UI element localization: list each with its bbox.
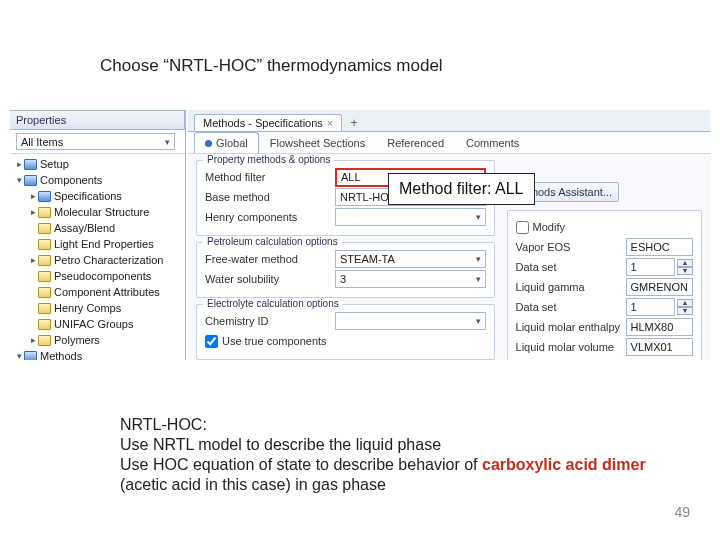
use-true-label: Use true components — [222, 335, 327, 347]
base-method-label: Base method — [205, 191, 335, 203]
henry-label: Henry components — [205, 211, 335, 223]
panel-title: Properties — [10, 110, 185, 130]
tree-node-assay-blend[interactable]: Assay/Blend — [10, 220, 185, 236]
footer-line1: NRTL-HOC: — [120, 415, 660, 435]
tree-node-setup[interactable]: Setup — [10, 156, 185, 172]
row-vapor-eos: Vapor EOS ESHOC — [516, 237, 693, 257]
tree-node-methods[interactable]: Methods — [10, 348, 185, 360]
liq-enth-dropdown[interactable]: HLMX80 — [626, 318, 693, 336]
all-items-bar: All Items ▾ — [10, 130, 185, 154]
chem-id-dropdown[interactable]: ▾ — [335, 312, 486, 330]
folder-icon — [38, 207, 51, 218]
properties-panel: Properties All Items ▾ Setup Components … — [10, 110, 186, 360]
tree-node-pseudocomponents[interactable]: Pseudocomponents — [10, 268, 185, 284]
group-modify: Modify Vapor EOS ESHOC Data set 1 ▲▼ Liq… — [507, 210, 702, 360]
doc-tab-label: Methods - Specifications — [203, 117, 323, 129]
page-number: 49 — [674, 504, 690, 520]
data-set2-stepper[interactable]: ▲▼ — [677, 299, 693, 315]
henry-dropdown[interactable]: ▾ — [335, 208, 486, 226]
nav-tree: Setup Components Specifications Molecula… — [10, 154, 185, 360]
modify-checkbox[interactable] — [516, 221, 529, 234]
liq-vol-label: Liquid molar volume — [516, 341, 626, 353]
folder-icon — [38, 239, 51, 250]
free-water-dropdown[interactable]: STEAM-TA▾ — [335, 250, 486, 268]
annotation-method-filter: Method filter: ALL — [388, 173, 535, 205]
all-items-dropdown[interactable]: All Items ▾ — [16, 133, 175, 150]
tree-node-components[interactable]: Components — [10, 172, 185, 188]
tree-node-specifications[interactable]: Specifications — [10, 188, 185, 204]
folder-icon — [38, 287, 51, 298]
chevron-down-icon: ▾ — [476, 274, 481, 284]
use-true-checkbox[interactable] — [205, 335, 218, 348]
group-legend: Electrolyte calculation options — [203, 298, 343, 309]
footer-line4: (acetic acid in this case) in gas phase — [120, 475, 660, 495]
row-use-true-components: Use true components — [205, 331, 486, 351]
chevron-down-icon: ▾ — [476, 254, 481, 264]
footer-text: NRTL-HOC: Use NRTL model to describe the… — [120, 415, 660, 495]
vapor-eos-label: Vapor EOS — [516, 241, 626, 253]
water-sol-label: Water solubility — [205, 273, 335, 285]
liquid-gamma-label: Liquid gamma — [516, 281, 626, 293]
folder-icon — [38, 303, 51, 314]
tree-node-molecular-structure[interactable]: Molecular Structure — [10, 204, 185, 220]
folder-icon — [38, 191, 51, 202]
free-water-label: Free-water method — [205, 253, 335, 265]
chevron-down-icon: ▾ — [476, 212, 481, 222]
doc-tab-methods-specs[interactable]: Methods - Specifications × — [194, 114, 342, 131]
row-liquid-gamma: Liquid gamma GMRENON — [516, 277, 693, 297]
folder-icon — [24, 175, 37, 186]
method-filter-label: Method filter — [205, 171, 335, 183]
data-set-input[interactable]: 1 — [626, 258, 675, 276]
folder-icon — [38, 319, 51, 330]
row-liq-volume: Liquid molar volume VLMX01 — [516, 337, 693, 357]
folder-icon — [38, 271, 51, 282]
main-area: Methods - Specifications × + Global Flow… — [188, 110, 710, 360]
chevron-down-icon: ▾ — [476, 316, 481, 326]
sub-tab-strip: Global Flowsheet Sections Referenced Com… — [188, 132, 710, 154]
data-set2-input[interactable]: 1 — [626, 298, 675, 316]
data-set2-label: Data set — [516, 301, 626, 313]
tab-comments[interactable]: Comments — [455, 132, 530, 153]
folder-icon — [38, 335, 51, 346]
app-window: Properties All Items ▾ Setup Components … — [10, 110, 710, 360]
tree-node-petro-char[interactable]: Petro Characterization — [10, 252, 185, 268]
tree-node-light-end[interactable]: Light End Properties — [10, 236, 185, 252]
tab-flowsheet[interactable]: Flowsheet Sections — [259, 132, 376, 153]
data-set-label: Data set — [516, 261, 626, 273]
footer-line3: Use HOC equation of state to describe be… — [120, 455, 660, 475]
tree-node-unifac-groups[interactable]: UNIFAC Groups — [10, 316, 185, 332]
water-sol-dropdown[interactable]: 3▾ — [335, 270, 486, 288]
row-henry-components: Henry components ▾ — [205, 207, 486, 227]
tree-node-polymers[interactable]: Polymers — [10, 332, 185, 348]
row-modify: Modify — [516, 217, 693, 237]
tree-node-henry-comps[interactable]: Henry Comps — [10, 300, 185, 316]
chem-id-label: Chemistry ID — [205, 315, 335, 327]
close-icon[interactable]: × — [327, 117, 333, 129]
folder-icon — [24, 351, 37, 361]
dot-icon — [205, 140, 212, 147]
row-data-set-2: Data set 1 ▲▼ — [516, 297, 693, 317]
footer-line2: Use NRTL model to describe the liquid ph… — [120, 435, 660, 455]
row-free-water: Free-water method STEAM-TA▾ — [205, 249, 486, 269]
all-items-label: All Items — [21, 136, 63, 148]
liq-vol-dropdown[interactable]: VLMX01 — [626, 338, 693, 356]
liq-enth-label: Liquid molar enthalpy — [516, 321, 626, 333]
group-legend: Property methods & options — [203, 154, 334, 165]
folder-icon — [24, 159, 37, 170]
add-tab-button[interactable]: + — [344, 114, 364, 131]
document-tab-strip: Methods - Specifications × + — [188, 110, 710, 132]
group-legend: Petroleum calculation options — [203, 236, 342, 247]
tab-referenced[interactable]: Referenced — [376, 132, 455, 153]
tab-global[interactable]: Global — [194, 132, 259, 153]
tree-node-component-attributes[interactable]: Component Attributes — [10, 284, 185, 300]
row-water-solubility: Water solubility 3▾ — [205, 269, 486, 289]
row-heat-mixing: Heat of mixing — [516, 357, 693, 360]
group-petroleum: Petroleum calculation options Free-water… — [196, 242, 495, 298]
vapor-eos-dropdown[interactable]: ESHOC — [626, 238, 693, 256]
modify-label: Modify — [533, 221, 565, 233]
data-set-stepper[interactable]: ▲▼ — [677, 259, 693, 275]
liquid-gamma-dropdown[interactable]: GMRENON — [626, 278, 693, 296]
row-liq-enthalpy: Liquid molar enthalpy HLMX80 — [516, 317, 693, 337]
slide-title: Choose “NRTL-HOC” thermodynamics model — [100, 56, 443, 76]
folder-icon — [38, 223, 51, 234]
